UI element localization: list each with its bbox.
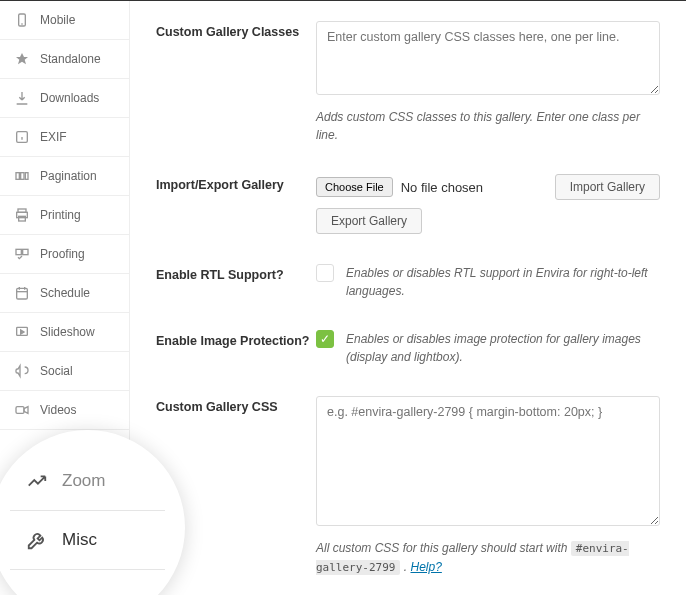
svg-marker-19 bbox=[21, 330, 24, 334]
svg-marker-2 bbox=[16, 53, 28, 64]
custom-classes-label: Custom Gallery Classes bbox=[156, 21, 316, 144]
sidebar-item-label: Social bbox=[40, 364, 73, 378]
protection-checkbox[interactable]: ✓ bbox=[316, 330, 334, 348]
sidebar-item-printing[interactable]: Printing bbox=[0, 196, 129, 235]
sidebar-item-social[interactable]: Social bbox=[0, 352, 129, 391]
svg-rect-20 bbox=[16, 407, 24, 414]
sidebar-item-label: Pagination bbox=[40, 169, 97, 183]
svg-rect-14 bbox=[17, 288, 28, 299]
video-icon bbox=[14, 402, 30, 418]
svg-rect-8 bbox=[25, 173, 28, 180]
sidebar-item-label: Proofing bbox=[40, 247, 85, 261]
sidebar-item-pagination[interactable]: Pagination bbox=[0, 157, 129, 196]
proofing-icon bbox=[14, 246, 30, 262]
custom-css-help: All custom CSS for this gallery should s… bbox=[316, 539, 660, 576]
no-file-text: No file chosen bbox=[401, 180, 483, 195]
printer-icon bbox=[14, 207, 30, 223]
sidebar-item-label: EXIF bbox=[40, 130, 67, 144]
download-icon bbox=[14, 90, 30, 106]
settings-panel: Custom Gallery Classes Adds custom CSS c… bbox=[130, 1, 686, 595]
sidebar-item-schedule[interactable]: Schedule bbox=[0, 274, 129, 313]
sidebar-item-proofing[interactable]: Proofing bbox=[0, 235, 129, 274]
sidebar-item-label: Standalone bbox=[40, 52, 101, 66]
misc-label: Misc bbox=[62, 530, 97, 550]
calendar-icon bbox=[14, 285, 30, 301]
wrench-icon bbox=[26, 529, 48, 551]
sidebar-item-label: Slideshow bbox=[40, 325, 95, 339]
protection-help: Enables or disables image protection for… bbox=[346, 330, 660, 366]
help-link[interactable]: Help? bbox=[411, 560, 442, 574]
sidebar-item-exif[interactable]: EXIF bbox=[0, 118, 129, 157]
pagination-icon bbox=[14, 168, 30, 184]
rtl-label: Enable RTL Support? bbox=[156, 264, 316, 300]
custom-classes-help: Adds custom CSS classes to this gallery.… bbox=[316, 108, 660, 144]
sidebar-item-downloads[interactable]: Downloads bbox=[0, 79, 129, 118]
svg-marker-21 bbox=[24, 407, 28, 414]
svg-rect-12 bbox=[16, 249, 21, 254]
mobile-icon bbox=[14, 12, 30, 28]
sidebar-item-standalone[interactable]: Standalone bbox=[0, 40, 129, 79]
export-gallery-button[interactable]: Export Gallery bbox=[316, 208, 422, 234]
svg-rect-13 bbox=[23, 249, 28, 254]
sidebar-item-misc-magnified[interactable]: Misc bbox=[0, 511, 185, 569]
slideshow-icon bbox=[14, 324, 30, 340]
svg-rect-7 bbox=[21, 173, 24, 180]
custom-classes-textarea[interactable] bbox=[316, 21, 660, 95]
rtl-help: Enables or disables RTL support in Envir… bbox=[346, 264, 660, 300]
import-export-label: Import/Export Gallery bbox=[156, 174, 316, 234]
sidebar-item-mobile[interactable]: Mobile bbox=[0, 1, 129, 40]
sidebar-item-slideshow[interactable]: Slideshow bbox=[0, 313, 129, 352]
sidebar-item-label: Videos bbox=[40, 403, 76, 417]
sidebar-item-label: Schedule bbox=[40, 286, 90, 300]
megaphone-icon bbox=[14, 363, 30, 379]
sidebar-item-label: Printing bbox=[40, 208, 81, 222]
zoom-label: Zoom bbox=[62, 471, 105, 491]
sidebar-item-videos[interactable]: Videos bbox=[0, 391, 129, 430]
rtl-checkbox[interactable] bbox=[316, 264, 334, 282]
sidebar-item-label: Mobile bbox=[40, 13, 75, 27]
info-icon bbox=[14, 129, 30, 145]
choose-file-button[interactable]: Choose File bbox=[316, 177, 393, 197]
svg-rect-6 bbox=[16, 173, 19, 180]
custom-css-textarea[interactable] bbox=[316, 396, 660, 526]
standalone-icon bbox=[14, 51, 30, 67]
import-gallery-button[interactable]: Import Gallery bbox=[555, 174, 660, 200]
sidebar-item-label: Downloads bbox=[40, 91, 99, 105]
protection-label: Enable Image Protection? bbox=[156, 330, 316, 366]
zoom-icon bbox=[26, 470, 48, 492]
